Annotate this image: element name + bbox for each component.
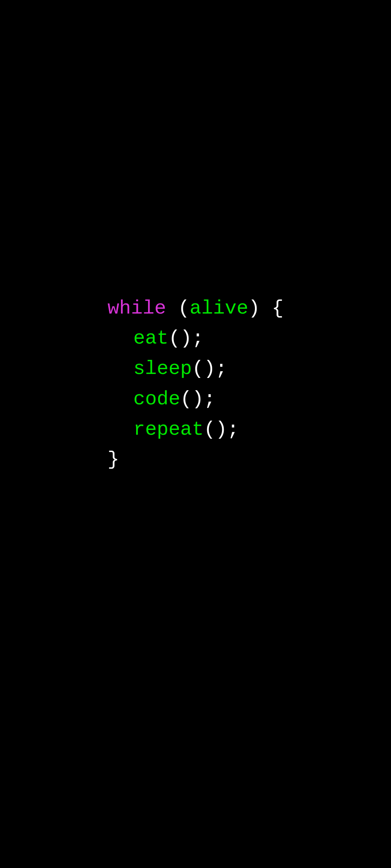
code-line-4: code(); <box>108 388 215 410</box>
close-paren: ) <box>248 297 272 319</box>
code-line-5: repeat(); <box>108 418 239 441</box>
condition-identifier: alive <box>190 297 248 319</box>
code-line-2: eat(); <box>108 327 204 349</box>
open-brace: { <box>272 297 283 319</box>
code-line-1: while (alive) { <box>108 297 283 319</box>
call-suffix: (); <box>192 358 227 380</box>
close-brace: } <box>108 448 119 471</box>
code-snippet: while (alive) { eat(); sleep(); code(); … <box>108 263 283 475</box>
eat-call: eat <box>133 327 168 349</box>
code-line-6: } <box>108 448 119 471</box>
call-suffix: (); <box>204 418 239 441</box>
code-line-3: sleep(); <box>108 358 227 380</box>
sleep-call: sleep <box>133 358 192 380</box>
open-paren: ( <box>166 297 190 319</box>
repeat-call: repeat <box>133 418 203 441</box>
code-call: code <box>133 388 180 410</box>
while-keyword: while <box>108 297 166 319</box>
call-suffix: (); <box>180 388 215 410</box>
call-suffix: (); <box>168 327 203 349</box>
